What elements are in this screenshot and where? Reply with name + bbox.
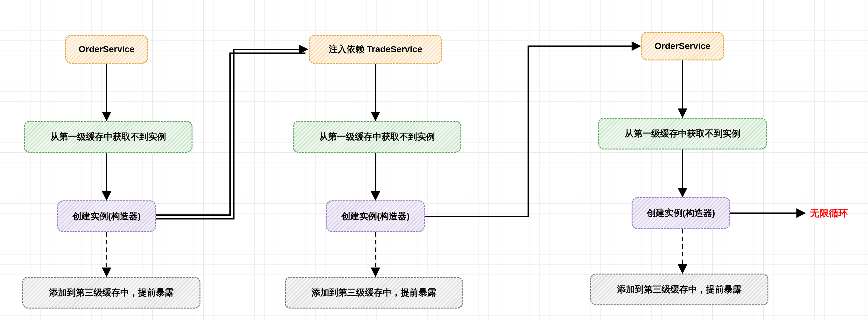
node-label: 添加到第三级缓存中，提前暴露 — [617, 283, 742, 295]
node-label: 添加到第三级缓存中，提前暴露 — [49, 287, 174, 299]
node-label: 从第一级缓存中获取不到实例 — [625, 128, 740, 140]
node-col2-ctor: 创建实例(构造器) — [326, 200, 425, 232]
node-col1-head: OrderService — [65, 35, 148, 64]
node-label: 创建实例(构造器) — [647, 207, 715, 219]
loop-label-text: 无限循环 — [810, 208, 848, 218]
infinite-loop-label: 无限循环 — [810, 207, 848, 220]
node-label: OrderService — [79, 44, 134, 54]
node-col2-cache: 从第一级缓存中获取不到实例 — [293, 121, 461, 153]
node-label: 从第一级缓存中获取不到实例 — [50, 131, 166, 143]
node-col2-head: 注入依赖 TradeService — [309, 35, 442, 64]
node-col3-head: OrderService — [641, 32, 724, 60]
node-label: 创建实例(构造器) — [341, 210, 410, 222]
node-col2-expose: 添加到第三级缓存中，提前暴露 — [285, 277, 463, 309]
node-col1-ctor: 创建实例(构造器) — [57, 200, 156, 232]
node-label: 添加到第三级缓存中，提前暴露 — [311, 287, 436, 299]
node-label: 注入依赖 TradeService — [329, 43, 422, 55]
node-col3-cache: 从第一级缓存中获取不到实例 — [598, 118, 767, 150]
node-label: OrderService — [654, 41, 711, 51]
node-col1-cache: 从第一级缓存中获取不到实例 — [24, 121, 192, 153]
node-col3-expose: 添加到第三级缓存中，提前暴露 — [590, 274, 768, 306]
node-label: 从第一级缓存中获取不到实例 — [319, 131, 435, 143]
node-col3-ctor: 创建实例(构造器) — [631, 197, 730, 229]
node-col1-expose: 添加到第三级缓存中，提前暴露 — [22, 277, 200, 309]
node-label: 创建实例(构造器) — [72, 210, 141, 222]
